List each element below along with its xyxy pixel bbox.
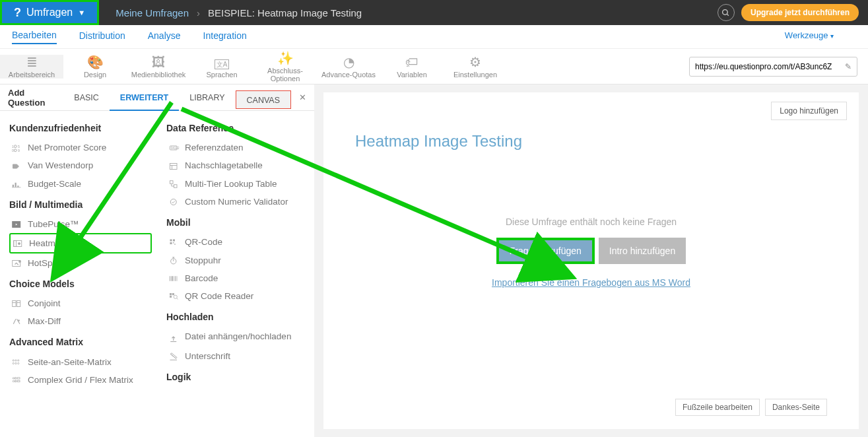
svg-rect-48 <box>174 244 176 246</box>
tab-integration[interactable]: Integration <box>203 30 247 44</box>
svg-line-1 <box>727 14 729 16</box>
svg-point-28 <box>15 362 17 364</box>
svg-line-63 <box>177 298 178 300</box>
svg-rect-45 <box>173 240 175 242</box>
breadcrumb-current: BEISPIEL: Heatmap Image Testing <box>208 7 362 18</box>
svg-rect-14 <box>14 241 22 247</box>
edit-footer-button[interactable]: Fußzeile bearbeiten <box>675 399 760 416</box>
tab-edit[interactable]: Bearbeiten <box>12 30 57 44</box>
tools-dropdown[interactable]: Werkzeuge ▾ <box>785 30 834 43</box>
item-heatmap[interactable]: Heatmap <box>9 233 152 253</box>
brand-logo: ? <box>14 6 21 20</box>
tool-variables[interactable]: 🏷Variablen <box>380 55 444 79</box>
thanks-page-button[interactable]: Dankes-Seite <box>765 399 827 416</box>
tool-media-library[interactable]: 🖼Medienbibliothek <box>127 55 190 79</box>
svg-point-23 <box>18 320 20 321</box>
toolbar: ≣Arbeitsbereich 🎨Design 🖼Medienbibliothe… <box>0 49 868 84</box>
survey-url-field[interactable]: ✎ <box>689 57 857 77</box>
search-icon[interactable] <box>718 4 735 21</box>
breadcrumb-link[interactable]: Meine Umfragen <box>116 7 189 18</box>
import-word-link[interactable]: Importieren Sie einen Fragebogen aus MS … <box>355 277 827 288</box>
item-qr-reader[interactable]: QR Code Reader <box>166 287 309 305</box>
item-barcode[interactable]: Barcode <box>166 269 309 287</box>
pencil-icon[interactable]: ✎ <box>840 62 857 71</box>
surveys-dropdown-button[interactable]: ? Umfragen ▼ <box>0 0 99 25</box>
item-conjoint[interactable]: Conjoint <box>9 294 152 312</box>
svg-text:9: 9 <box>18 149 20 152</box>
tool-completion-options[interactable]: ✨Abschluss-Optionen <box>253 51 317 83</box>
item-multi-tier-lookup[interactable]: Multi-Tier Lookup Table <box>166 175 309 193</box>
group-choice-models: Choice Models <box>9 279 152 289</box>
item-reference-data[interactable]: 94122Referenzdaten <box>166 139 309 156</box>
hotspot-icon <box>12 257 28 267</box>
group-upload: Hochladen <box>166 312 309 322</box>
item-signature[interactable]: Unterschrift <box>166 347 309 365</box>
svg-rect-61 <box>170 296 172 298</box>
tab-analysis[interactable]: Analyse <box>148 30 181 44</box>
qtab-library[interactable]: LIBRARY <box>179 84 235 111</box>
wand-icon: ✨ <box>253 51 317 65</box>
group-mobile: Mobil <box>166 217 309 228</box>
add-question-label: Add Question <box>0 88 63 108</box>
qtab-canvas[interactable]: CANVAS <box>236 90 291 109</box>
question-types-col-2: Data Reference 94122Referenzdaten Nachsc… <box>157 111 314 437</box>
item-nps[interactable]: 1509Net Promoter Score <box>9 139 152 156</box>
table-icon <box>169 160 185 170</box>
tool-settings[interactable]: ⚙Einstellungen <box>444 55 507 79</box>
item-van-westendorp[interactable]: Van Westendorp <box>9 156 152 174</box>
item-numeric-validator[interactable]: Custom Numeric Validator <box>166 193 309 211</box>
item-qr-code[interactable]: QR-Code <box>166 233 309 251</box>
svg-rect-32 <box>17 378 20 379</box>
item-max-diff[interactable]: Max-Diff <box>9 312 152 330</box>
breadcrumb-separator: › <box>197 7 200 18</box>
add-logo-button[interactable]: Logo hinzufügen <box>771 102 847 120</box>
upload-icon <box>169 333 185 343</box>
multitier-icon <box>169 179 185 189</box>
svg-point-6 <box>14 149 17 152</box>
svg-text:0: 0 <box>12 149 14 152</box>
group-customer-satisfaction: Kundenzufriedenheit <box>9 123 152 133</box>
qr-icon <box>169 237 185 247</box>
survey-url-input[interactable] <box>690 62 840 71</box>
svg-rect-60 <box>172 294 174 295</box>
item-stopwatch[interactable]: Stoppuhr <box>166 251 309 269</box>
item-complex-grid[interactable]: Complex Grid / Flex Matrix <box>9 371 152 389</box>
validator-icon <box>169 197 185 207</box>
svg-point-16 <box>18 243 20 245</box>
item-side-by-side-matrix[interactable]: Seite-an-Seite-Matrix <box>9 353 152 370</box>
tool-advance-quotas[interactable]: ◔Advance-Quotas <box>317 55 380 79</box>
qtab-basic[interactable]: BASIC <box>63 84 110 111</box>
svg-rect-47 <box>173 242 174 244</box>
chevron-down-icon: ▾ <box>830 32 834 40</box>
tool-languages[interactable]: 文ASprachen <box>190 55 253 79</box>
item-file-upload[interactable]: Datei anhängen/hochladen <box>166 327 309 347</box>
survey-title[interactable]: Heatmap Image Testing <box>355 132 827 151</box>
item-lookup-table[interactable]: Nachschlagetabelle <box>166 156 309 174</box>
qtab-advanced[interactable]: ERWEITERT <box>110 84 179 111</box>
svg-text:94122: 94122 <box>171 147 180 151</box>
svg-point-30 <box>13 378 14 379</box>
item-tubepulse[interactable]: TubePulse™ <box>9 215 152 233</box>
svg-text:1: 1 <box>12 145 14 149</box>
image-icon: 🖼 <box>127 55 190 69</box>
add-question-button[interactable]: Frage hinzufügen <box>496 238 595 264</box>
close-panel-icon[interactable]: ✕ <box>291 92 314 102</box>
add-intro-button[interactable]: Intro hinzufügen <box>599 238 686 264</box>
svg-point-25 <box>15 360 17 361</box>
svg-rect-11 <box>12 187 21 187</box>
svg-rect-59 <box>170 294 172 295</box>
chevron-down-icon: ▼ <box>78 9 85 17</box>
refdata-icon: 94122 <box>169 143 185 152</box>
tab-distribution[interactable]: Distribution <box>79 30 125 44</box>
item-budget-scale[interactable]: Budget-Scale <box>9 175 152 193</box>
item-hotspot[interactable]: HotSpot <box>9 253 152 271</box>
svg-rect-41 <box>170 181 174 184</box>
group-image-multimedia: Bild / Multimedia <box>9 199 152 210</box>
gear-icon: ⚙ <box>444 55 507 69</box>
tool-design[interactable]: 🎨Design <box>63 55 127 79</box>
tool-workspace[interactable]: ≣Arbeitsbereich <box>0 55 63 79</box>
svg-rect-35 <box>17 380 20 382</box>
svg-point-18 <box>18 260 21 263</box>
tag-icon <box>12 160 28 170</box>
upgrade-button[interactable]: Upgrade jetzt durchführen <box>741 4 859 21</box>
